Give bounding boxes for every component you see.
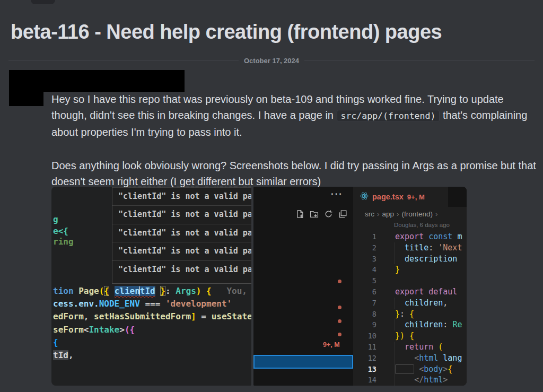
line-number: 3 xyxy=(353,254,376,265)
code-line: 3 description xyxy=(353,254,467,265)
more-actions-icon: ··· xyxy=(331,189,343,199)
code-line: 2 title: 'Next xyxy=(353,242,467,254)
error-row: "clientId" is not a valid pa xyxy=(112,224,251,242)
explorer-toolbar xyxy=(295,210,347,219)
code-line: 12 <html lang xyxy=(353,353,467,364)
new-folder-icon xyxy=(310,210,319,219)
editor-pane: page.tsx 9+, M src›app›(frontend)› Dougl… xyxy=(353,187,467,386)
code-text: children: Re xyxy=(395,320,462,329)
code-text: title: 'Next xyxy=(395,243,462,252)
code-line: tId, xyxy=(53,349,251,362)
breadcrumb-item: src xyxy=(365,210,374,218)
line-number: 14 xyxy=(353,374,376,386)
selected-file-row xyxy=(253,355,353,369)
line-number: 1 xyxy=(353,231,376,242)
code-line: 13 <body>{ xyxy=(353,364,467,375)
problem-dot xyxy=(338,280,341,283)
line-number: 7 xyxy=(353,298,376,309)
code-line: 10}) { xyxy=(353,330,467,342)
editor-tab: page.tsx 9+, M xyxy=(353,187,448,207)
code-line: edForm, setHasSubmittedForm] = useState<… xyxy=(53,310,251,323)
git-blame-annotation: Douglas, 6 days ago xyxy=(394,222,467,228)
page-title: beta-116 - Need help creating (frontend)… xyxy=(11,21,520,43)
error-row: "clientId" is not a valid pa xyxy=(112,187,251,205)
indent-guide xyxy=(394,374,395,386)
code-text: tId, xyxy=(53,350,74,360)
error-row: "clientId" is not a valid pa xyxy=(112,242,251,260)
code-text: description xyxy=(395,254,457,264)
line-number: 11 xyxy=(353,342,376,353)
code-text: }: { xyxy=(395,309,414,319)
code-text: <body>{ xyxy=(395,364,452,374)
problem-dot xyxy=(338,333,341,336)
indent-guide xyxy=(394,364,395,375)
line-number: 2 xyxy=(353,242,376,254)
line-number: 9 xyxy=(353,319,376,330)
chevron-right-icon: › xyxy=(394,210,402,218)
date-divider: October 17, 2024 xyxy=(8,56,535,65)
code-line: seForm<Intake>({ xyxy=(53,324,251,336)
inline-code: src/app/(frontend) xyxy=(337,110,440,122)
forum-post-page: beta-116 - Need help creating (frontend)… xyxy=(0,0,543,392)
indent-guide xyxy=(394,319,395,330)
file-problem-badge: 9+, M xyxy=(323,341,340,349)
chevron-right-icon: › xyxy=(433,210,441,218)
code-text: <html lang xyxy=(395,353,462,363)
chevron-right-icon: › xyxy=(374,210,382,218)
error-row: "clientId" is not a valid pa xyxy=(112,205,251,223)
code-line: 1export const m xyxy=(353,231,467,242)
indent-guide xyxy=(394,242,395,254)
line-number: 10 xyxy=(353,330,376,342)
code-text: export defaul xyxy=(395,287,457,297)
indent-guide xyxy=(394,298,395,309)
breadcrumb-item: (frontend) xyxy=(402,210,433,218)
line-number: 13 xyxy=(353,364,376,375)
react-icon xyxy=(360,192,369,202)
code-text: }) { xyxy=(395,331,414,341)
attachment-image-vscode[interactable]: ··· 9+, M page.tsx 9+ xyxy=(253,187,467,386)
code-text: edForm, setHasSubmittedForm] = useState<… xyxy=(53,311,251,321)
line-number: 6 xyxy=(353,286,376,298)
problem-dot xyxy=(338,319,341,323)
code-line: 11 return ( xyxy=(353,342,467,353)
code-editor-lines: tion Page({ clientId }: Args) {You,cess.… xyxy=(53,285,251,362)
code-fragment: ring xyxy=(53,237,74,247)
code-line: { xyxy=(53,336,251,349)
divider-line xyxy=(8,60,239,61)
code-fragment: e<{ xyxy=(53,226,68,236)
redacted-avatar xyxy=(9,70,43,106)
explorer-sidebar: ··· 9+, M xyxy=(253,187,353,386)
divider-line xyxy=(304,60,535,61)
code-text: { xyxy=(53,337,58,347)
attachment-image-editor-errors[interactable]: g e<{ ring "clientId" is not a valid pa … xyxy=(51,187,251,386)
new-file-icon xyxy=(295,210,304,219)
breadcrumb: src›app›(frontend)› xyxy=(365,210,441,218)
code-text: export const m xyxy=(395,232,462,241)
code-text: } xyxy=(395,265,400,274)
indent-guide xyxy=(394,353,395,364)
code-text: seForm<Intake>({ xyxy=(53,325,135,335)
code-text: cess.env.NODE_ENV === 'development' xyxy=(53,299,232,309)
code-fragment: g xyxy=(53,214,58,224)
ghost-text: You, xyxy=(226,285,247,298)
message-content: Hey so I have this repo that was previou… xyxy=(51,91,536,189)
code-line: 8}: { xyxy=(353,309,467,320)
error-row: "clientId" is not a valid pa xyxy=(112,187,251,187)
code-line: 6export defaul xyxy=(353,286,467,298)
collapse-all-icon xyxy=(338,210,347,219)
line-number: 8 xyxy=(353,309,376,320)
indent-guide xyxy=(394,342,395,353)
code-line: cess.env.NODE_ENV === 'development' xyxy=(53,298,251,310)
divider-date: October 17, 2024 xyxy=(239,57,304,65)
line-number: 12 xyxy=(353,353,376,364)
code-line: 4} xyxy=(353,264,467,275)
code-text: return ( xyxy=(395,342,443,352)
line-number: 4 xyxy=(353,264,376,275)
attachments: g e<{ ring "clientId" is not a valid pa … xyxy=(51,187,467,386)
code-text: children, xyxy=(395,298,448,308)
error-tooltip: "clientId" is not a valid pa "clientId" … xyxy=(112,187,251,284)
code-line: 14 </html> xyxy=(353,374,467,386)
tab-bar-empty xyxy=(448,187,467,207)
message-paragraph: Hey so I have this repo that was previou… xyxy=(51,91,536,140)
tab-filename: page.tsx xyxy=(372,193,404,201)
